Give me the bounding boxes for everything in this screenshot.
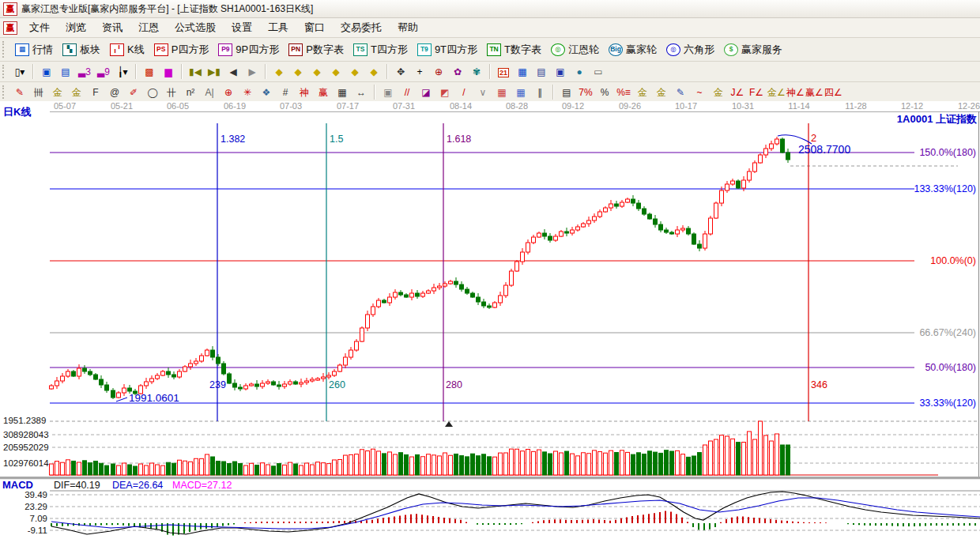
clipboard-icon[interactable]: ▤ — [57, 64, 74, 80]
sectors-button[interactable]: ▚板块 — [58, 41, 105, 58]
ma-bars-9-icon[interactable]: ▃9 — [95, 64, 112, 80]
j-angle-icon[interactable]: J∠ — [729, 85, 746, 100]
candle-style-dropdown-icon[interactable]: ╽▾ — [114, 64, 131, 80]
diamond-compress-icon[interactable]: ◆ — [327, 64, 345, 80]
win-ruler-icon[interactable]: 赢 — [315, 85, 332, 100]
diamond-expand-icon[interactable]: ◆ — [365, 64, 383, 80]
winner-service-button[interactable]: $赢家服务 — [719, 41, 787, 58]
grid-target-icon[interactable]: ❖ — [258, 85, 275, 100]
t-number-table-button[interactable]: TNT数字表 — [482, 41, 546, 58]
fan-lines-icon[interactable]: / — [455, 85, 473, 100]
menu-item-0[interactable]: 文件 — [21, 19, 58, 36]
width-arrow-icon[interactable]: ↔ — [352, 85, 370, 100]
gold-circle-1-icon[interactable]: 金 — [634, 85, 651, 100]
kline-chart-canvas[interactable]: 05-0705-2106-0506-1907-0307-1707-3108-14… — [0, 101, 980, 539]
gold-circle-2-icon[interactable]: 金 — [653, 85, 670, 100]
winner-wheel-button[interactable]: Big赢家轮 — [604, 41, 662, 58]
parallel-lines-icon[interactable]: ∥ — [531, 85, 548, 100]
save-icon[interactable]: ▣ — [552, 64, 569, 80]
9p-square-button[interactable]: P99P四方形 — [213, 41, 284, 58]
remote-computer-icon[interactable]: ▭ — [590, 64, 607, 80]
toolbar-grip[interactable] — [2, 65, 7, 79]
percent-red-icon[interactable]: 7% — [577, 85, 594, 100]
grid-123-icon[interactable]: ▦ — [334, 85, 351, 100]
hand-pan-icon[interactable]: ✥ — [392, 64, 409, 80]
toolbar-grip[interactable] — [2, 41, 7, 57]
n-squared-icon[interactable]: n² — [182, 85, 199, 100]
nav-prev-icon[interactable]: ◀ — [224, 64, 242, 80]
menu-item-6[interactable]: 工具 — [260, 19, 296, 36]
time-line-bottom-label: 239 — [209, 379, 226, 390]
fan-box-purple-icon[interactable]: ◪ — [417, 85, 435, 100]
f-angle-icon[interactable]: F∠ — [748, 85, 765, 100]
pattern-red-icon[interactable]: ▩ — [141, 64, 158, 80]
color-histogram-icon[interactable]: ▆ — [160, 64, 177, 80]
star-grid-icon[interactable]: ✳ — [239, 85, 256, 100]
calendar-21-icon[interactable]: 21 — [495, 64, 512, 80]
god-ruler-icon[interactable]: 神 — [296, 85, 313, 100]
knife-red-icon[interactable]: ✐ — [125, 85, 142, 100]
zoom-pin-icon[interactable]: ⊕ — [430, 64, 447, 80]
menu-item-8[interactable]: 交易委托 — [333, 19, 390, 36]
menu-item-5[interactable]: 设置 — [224, 19, 260, 36]
hexagon-button[interactable]: ◎六角形 — [662, 41, 719, 58]
p-number-table-button[interactable]: PNP数字表 — [284, 41, 349, 58]
quote-marks-icon[interactable]: # — [277, 85, 294, 100]
percent-lines-icon[interactable]: %≡ — [615, 85, 632, 100]
nav-first-icon[interactable]: ▮◀ — [187, 64, 204, 80]
fan-red-icon[interactable]: // — [398, 85, 416, 100]
fan-box-red-icon[interactable]: ◩ — [436, 85, 454, 100]
browser-globe-icon[interactable]: ● — [571, 64, 588, 80]
draw-knife-icon[interactable]: ✎ — [11, 85, 28, 100]
target-red-icon[interactable]: ⊕ — [220, 85, 237, 100]
stats-table-icon[interactable]: ▤ — [558, 85, 575, 100]
ma-bars-3-icon[interactable]: ▃3 — [76, 64, 93, 80]
gold-ruler-2-icon[interactable]: 金 — [68, 85, 85, 100]
candle-period-dropdown-icon[interactable]: ▯▾ — [11, 64, 28, 80]
spiral-icon[interactable]: @ — [106, 85, 123, 100]
diamond-scroll-left-icon[interactable]: ◆ — [270, 64, 288, 80]
v-lines-icon[interactable]: ∨ — [474, 85, 492, 100]
menu-item-4[interactable]: 公式选股 — [167, 19, 224, 36]
grid-blue-icon[interactable]: ▦ — [512, 85, 530, 100]
god-angle-icon[interactable]: 神∠ — [786, 85, 803, 100]
time-ruler-icon[interactable]: 卌 — [30, 85, 47, 100]
brush-tool-icon[interactable]: ✎ — [672, 85, 689, 100]
9t-square-button[interactable]: T99T四方形 — [413, 41, 482, 58]
gold-angle-icon[interactable]: 金∠ — [767, 85, 784, 100]
gann-wheel-button[interactable]: ◎江恩轮 — [546, 41, 604, 58]
pattern-window-icon[interactable]: ▣ — [38, 64, 55, 80]
gann-tools-icon[interactable]: ✿ — [449, 64, 466, 80]
box-select-icon[interactable]: ▣ — [379, 85, 397, 100]
menu-item-2[interactable]: 资讯 — [94, 19, 130, 36]
four-angle-icon[interactable]: 四∠ — [824, 85, 841, 100]
grid-red-icon[interactable]: ▦ — [493, 85, 511, 100]
toolbar-grip[interactable] — [2, 85, 7, 100]
p-square-button[interactable]: PSP四方形 — [149, 41, 214, 58]
menu-item-9[interactable]: 帮助 — [390, 19, 426, 36]
f-ruler-icon[interactable]: F — [87, 85, 104, 100]
kline-button[interactable]: ╻╹K线 — [105, 41, 149, 58]
crosshair-icon[interactable]: + — [411, 64, 428, 80]
gold-ruler-1-icon[interactable]: 金 — [49, 85, 66, 100]
menu-item-1[interactable]: 浏览 — [58, 19, 94, 36]
quotes-button[interactable]: ▦行情 — [10, 41, 58, 58]
diamond-zoom-out-icon[interactable]: ◆ — [308, 64, 326, 80]
calculator-icon[interactable]: ▦ — [514, 64, 531, 80]
percent-icon[interactable]: % — [596, 85, 613, 100]
diamond-scroll-right-icon[interactable]: ◆ — [289, 64, 307, 80]
gold-level-icon[interactable]: 金 — [710, 85, 727, 100]
nav-next-icon[interactable]: ▶ — [243, 64, 261, 80]
diamond-zoom-in-icon[interactable]: ◆ — [346, 64, 364, 80]
nav-last-icon[interactable]: ▶▮ — [205, 64, 223, 80]
menu-item-3[interactable]: 江恩 — [130, 19, 167, 36]
wave-tool-icon[interactable]: ~ — [691, 85, 708, 100]
analysis-brain-icon[interactable]: ✾ — [468, 64, 485, 80]
menu-item-7[interactable]: 窗口 — [296, 19, 333, 36]
t-square-button[interactable]: TST四方形 — [349, 41, 413, 58]
comb-ruler-icon[interactable]: 卄 — [163, 85, 180, 100]
win-angle-icon[interactable]: 赢∠ — [805, 85, 822, 100]
notepad-icon[interactable]: ▤ — [533, 64, 550, 80]
angle-mirror-icon[interactable]: A| — [201, 85, 218, 100]
circle-cycle-icon[interactable]: ◯ — [144, 85, 161, 100]
